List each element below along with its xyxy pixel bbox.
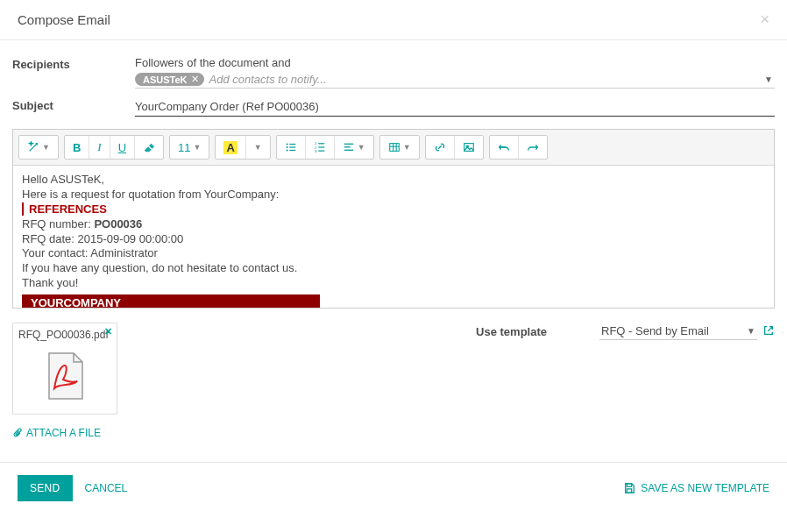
font-size-dropdown[interactable]: 11 ▼	[170, 136, 209, 159]
recipient-tag[interactable]: ASUSTeK ✕	[135, 73, 204, 86]
save-as-template-label: SAVE AS NEW TEMPLATE	[641, 482, 769, 494]
svg-rect-7	[318, 143, 324, 144]
link-button[interactable]	[426, 136, 455, 159]
table-icon	[388, 141, 401, 153]
svg-rect-12	[344, 144, 354, 145]
subject-input[interactable]	[135, 97, 775, 117]
svg-point-2	[286, 146, 287, 148]
body-intro: Here is a request for quotation from You…	[22, 188, 765, 202]
italic-button[interactable]: I	[89, 136, 110, 159]
align-icon	[343, 141, 355, 153]
paperclip-icon	[12, 428, 23, 438]
body-greeting: Hello ASUSTeK,	[22, 173, 765, 188]
chevron-down-icon: ▼	[254, 143, 262, 152]
erase-button[interactable]	[135, 136, 163, 159]
link-icon	[434, 141, 446, 153]
image-button[interactable]	[455, 136, 483, 159]
pdf-file-icon	[39, 350, 91, 402]
chevron-down-icon: ▼	[403, 143, 411, 152]
body-rfq-number: RFQ number: PO00036	[22, 217, 765, 232]
chevron-down-icon: ▼	[358, 143, 365, 152]
highlight-letter: A	[223, 141, 237, 154]
recipients-placeholder: Add contacts to notify...	[209, 73, 775, 86]
body-closing1: If you have any question, do not hesitat…	[22, 261, 765, 276]
attachment-card[interactable]: RFQ_PO00036.pdf ✕	[12, 323, 117, 415]
template-select[interactable]: RFQ - Send by Email ▼	[599, 323, 757, 340]
svg-rect-1	[289, 144, 295, 145]
undo-icon	[498, 141, 510, 153]
color-dropdown[interactable]: ▼	[246, 136, 270, 159]
redo-icon	[527, 141, 539, 153]
body-closing2: Thank you!	[22, 276, 765, 291]
attachment-remove-icon[interactable]: ✕	[104, 326, 112, 337]
align-dropdown[interactable]: ▼	[335, 136, 373, 159]
dialog-title: Compose Email	[18, 12, 110, 27]
redo-button[interactable]	[519, 136, 547, 159]
ul-icon	[285, 141, 297, 153]
close-icon[interactable]: ×	[760, 11, 769, 29]
table-dropdown[interactable]: ▼	[380, 136, 419, 159]
image-icon	[463, 141, 475, 153]
svg-text:3: 3	[315, 149, 317, 153]
chevron-down-icon[interactable]: ▼	[747, 326, 755, 336]
save-icon	[623, 482, 635, 494]
recipients-input[interactable]: ASUSTeK ✕ Add contacts to notify...	[135, 73, 775, 89]
template-selected-value: RFQ - Send by Email	[601, 324, 709, 337]
body-contact: Your contact: Administrator	[22, 246, 765, 261]
use-template-label: Use template	[476, 325, 547, 338]
subject-label: Subject	[12, 97, 135, 112]
external-link-icon[interactable]	[762, 324, 775, 339]
eraser-icon	[143, 141, 155, 153]
attachment-filename: RFQ_PO00036.pdf	[18, 329, 111, 346]
svg-rect-5	[289, 150, 295, 151]
magic-wand-icon	[27, 141, 39, 153]
svg-rect-14	[344, 150, 354, 151]
svg-rect-13	[344, 146, 351, 147]
svg-rect-19	[464, 144, 473, 152]
save-as-template-button[interactable]: SAVE AS NEW TEMPLATE	[623, 482, 769, 494]
undo-button[interactable]	[490, 136, 519, 159]
svg-rect-22	[627, 489, 632, 493]
body-references-header: REFERENCES	[22, 202, 765, 217]
email-body-editor[interactable]: Hello ASUSTeK, Here is a request for quo…	[13, 166, 774, 308]
unordered-list-button[interactable]	[277, 136, 306, 159]
chevron-down-icon[interactable]: ▼	[764, 74, 773, 84]
bold-button[interactable]: B	[65, 136, 89, 159]
send-button[interactable]: SEND	[18, 475, 73, 501]
editor-toolbar: ▼ B I U 11 ▼	[13, 130, 774, 166]
svg-rect-3	[289, 146, 295, 147]
highlight-button[interactable]: A	[216, 136, 245, 159]
cancel-button[interactable]: CANCEL	[73, 475, 140, 501]
svg-rect-11	[318, 151, 324, 152]
style-dropdown[interactable]: ▼	[19, 136, 58, 159]
attach-file-label: ATTACH A FILE	[26, 427, 101, 439]
underline-button[interactable]: U	[110, 136, 135, 159]
tag-remove-icon[interactable]: ✕	[191, 74, 199, 85]
svg-rect-15	[389, 144, 399, 152]
chevron-down-icon: ▼	[42, 143, 50, 152]
attach-file-link[interactable]: ATTACH A FILE	[12, 427, 101, 439]
svg-point-4	[286, 149, 287, 151]
body-rfq-date: RFQ date: 2015-09-09 00:00:00	[22, 232, 765, 247]
svg-point-0	[286, 143, 287, 145]
recipients-intro: Followers of the document and	[135, 56, 775, 69]
company-header: YOURCOMPANY	[22, 294, 320, 308]
font-size-value: 11	[178, 141, 190, 154]
recipients-label: Recipients	[12, 56, 135, 71]
chevron-down-icon: ▼	[194, 143, 202, 152]
ol-icon: 123	[314, 141, 326, 153]
ordered-list-button[interactable]: 123	[306, 136, 335, 159]
svg-rect-21	[627, 484, 632, 487]
recipient-tag-label: ASUSTeK	[143, 74, 188, 85]
svg-rect-9	[318, 146, 324, 147]
